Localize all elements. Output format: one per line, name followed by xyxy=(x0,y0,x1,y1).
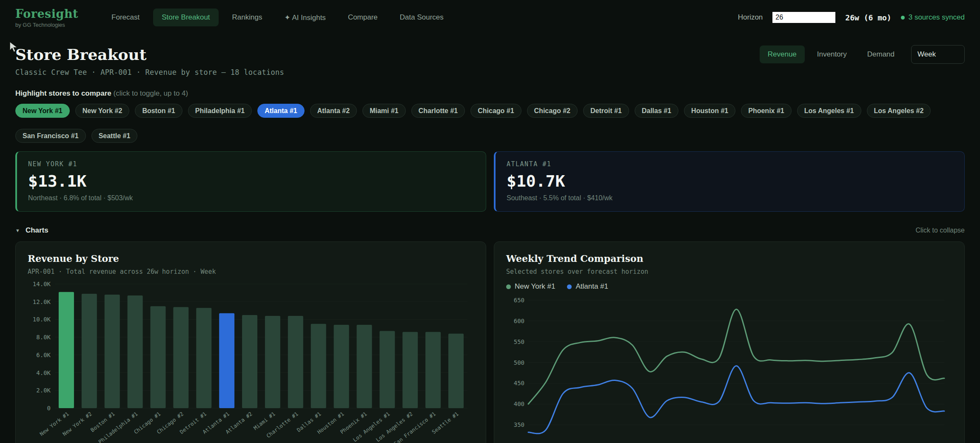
store-chip-charlotte-1[interactable]: Charlotte #1 xyxy=(411,104,465,118)
view-tabs: RevenueInventoryDemand xyxy=(760,45,903,63)
logo-subtitle: by GG Technologies xyxy=(15,22,78,28)
svg-text:12.0K: 12.0K xyxy=(33,298,51,305)
logo-text: Foresight xyxy=(15,7,78,20)
sync-dot-icon xyxy=(901,16,905,20)
store-chip-chicago-2[interactable]: Chicago #2 xyxy=(527,104,578,118)
sync-status-text: 3 sources synced xyxy=(909,13,965,22)
stat-card-detail: Southeast · 5.5% of total · $410/wk xyxy=(507,194,953,202)
tab-inventory[interactable]: Inventory xyxy=(809,45,855,63)
svg-text:550: 550 xyxy=(514,338,524,345)
charts-section-bar: ▼ Charts Click to collapse xyxy=(15,226,965,235)
trend-line-new-york-1 xyxy=(528,309,944,404)
store-chip-los-angeles-2[interactable]: Los Angeles #2 xyxy=(867,104,931,118)
svg-text:6.0K: 6.0K xyxy=(36,352,51,358)
store-chip-chicago-1[interactable]: Chicago #1 xyxy=(470,104,521,118)
trend-line-atlanta-1 xyxy=(528,366,944,433)
stat-card-label: ATLANTA #1 xyxy=(507,160,953,168)
top-bar: Foresight by GG Technologies ForecastSto… xyxy=(0,0,980,34)
stat-card-detail: Northeast · 6.8% of total · $503/wk xyxy=(28,194,475,202)
svg-text:600: 600 xyxy=(514,318,524,324)
chips-heading: Highlight stores to compare (click to to… xyxy=(15,89,965,98)
triangle-down-icon: ▼ xyxy=(15,228,20,233)
store-chip-phoenix-1[interactable]: Phoenix #1 xyxy=(741,104,791,118)
horizon-badge: 26w (6 mo) xyxy=(845,13,891,22)
nav-item-forecast[interactable]: Forecast xyxy=(103,9,148,26)
store-chip-houston-1[interactable]: Houston #1 xyxy=(684,104,735,118)
svg-text:10.0K: 10.0K xyxy=(33,316,51,323)
stat-card-row: NEW YORK #1$13.1KNortheast · 6.8% of tot… xyxy=(15,151,965,212)
svg-text:8.0K: 8.0K xyxy=(36,334,51,341)
svg-text:500: 500 xyxy=(514,359,524,366)
legend-dot-icon xyxy=(567,284,572,289)
nav-item-ai-insights[interactable]: ✦ AI Insights xyxy=(276,9,334,27)
app-logo: Foresight by GG Technologies xyxy=(15,7,78,28)
revenue-by-store-svg: 14.0K12.0K10.0K8.0K6.0K4.0K2.0K0New York… xyxy=(28,281,472,443)
svg-text:650: 650 xyxy=(514,297,524,304)
page-subtitle: Classic Crew Tee · APR-001 · Revenue by … xyxy=(15,68,965,77)
store-chip-los-angeles-1[interactable]: Los Angeles #1 xyxy=(797,104,861,118)
weekly-trend-svg: 650600550500450400350300Apr 2Apr 30May 2… xyxy=(506,296,950,443)
store-chip-seattle-1[interactable]: Seattle #1 xyxy=(91,129,138,143)
chips-heading-note: (click to toggle, up to 4) xyxy=(113,89,188,97)
store-chip-new-york-2[interactable]: New York #2 xyxy=(75,104,130,118)
line-chart-subtitle: Selected stores over forecast horizon xyxy=(506,268,952,275)
nav-item-compare[interactable]: Compare xyxy=(339,9,386,26)
weekly-trend-card: Weekly Trend Comparison Selected stores … xyxy=(494,241,965,443)
svg-text:4.0K: 4.0K xyxy=(36,369,51,376)
collapse-hint: Click to collapse xyxy=(915,227,965,234)
legend-label: Atlanta #1 xyxy=(575,282,608,291)
charts-collapse-toggle[interactable]: ▼ Charts xyxy=(15,226,48,235)
store-chip-philadelphia-1[interactable]: Philadelphia #1 xyxy=(188,104,252,118)
nav-item-rankings[interactable]: Rankings xyxy=(224,9,271,26)
store-chip-san-francisco-1[interactable]: San Francisco #1 xyxy=(15,129,86,143)
svg-text:350: 350 xyxy=(514,421,524,428)
svg-text:0: 0 xyxy=(47,405,51,412)
tab-demand[interactable]: Demand xyxy=(859,45,903,63)
stat-card-label: NEW YORK #1 xyxy=(28,160,475,168)
revenue-by-store-card: Revenue by Store APR-001 · Total revenue… xyxy=(15,241,486,443)
store-chip-boston-1[interactable]: Boston #1 xyxy=(135,104,182,118)
charts-toggle-label: Charts xyxy=(26,226,48,235)
bar-chart: 14.0K12.0K10.0K8.0K6.0K4.0K2.0K0New York… xyxy=(28,281,474,443)
legend-label: New York #1 xyxy=(515,282,555,291)
store-chip-dallas-1[interactable]: Dallas #1 xyxy=(635,104,678,118)
legend-item-atlanta-1: Atlanta #1 xyxy=(567,282,608,291)
horizon-controls: Horizon 26w (6 mo) 3 sources synced xyxy=(738,11,965,23)
period-select[interactable]: Week xyxy=(911,45,965,64)
svg-text:400: 400 xyxy=(514,400,524,407)
stat-card-value: $10.7K xyxy=(507,172,953,190)
nav-item-data-sources[interactable]: Data Sources xyxy=(391,9,452,26)
line-chart-title: Weekly Trend Comparison xyxy=(506,253,952,264)
bar-chart-title: Revenue by Store xyxy=(28,253,474,264)
trend-legend: New York #1Atlanta #1 xyxy=(506,282,952,291)
main-nav: ForecastStore BreakoutRankings✦ AI Insig… xyxy=(103,9,452,27)
svg-text:450: 450 xyxy=(514,380,524,386)
svg-text:2.0K: 2.0K xyxy=(36,387,51,394)
horizon-label: Horizon xyxy=(738,13,763,22)
store-chip-miami-1[interactable]: Miami #1 xyxy=(362,104,406,118)
stat-card-atlanta-1: ATLANTA #1$10.7KSoutheast · 5.5% of tota… xyxy=(494,151,965,212)
tab-revenue[interactable]: Revenue xyxy=(760,45,805,63)
main-content: Store Breakout RevenueInventoryDemand We… xyxy=(0,45,980,443)
page-title: Store Breakout xyxy=(15,45,146,63)
store-chip-list: New York #1New York #2Boston #1Philadelp… xyxy=(15,104,965,143)
stat-card-value: $13.1K xyxy=(28,172,475,190)
store-chip-atlanta-2[interactable]: Atlanta #2 xyxy=(310,104,357,118)
svg-text:Philadelphia #1: Philadelphia #1 xyxy=(97,411,139,443)
legend-item-new-york-1: New York #1 xyxy=(506,282,555,291)
svg-text:14.0K: 14.0K xyxy=(33,281,51,287)
stat-card-new-york-1: NEW YORK #1$13.1KNortheast · 6.8% of tot… xyxy=(15,151,486,212)
chips-heading-text: Highlight stores to compare xyxy=(15,89,111,97)
bar-chart-subtitle: APR-001 · Total revenue across 26w horiz… xyxy=(28,268,474,275)
store-chip-atlanta-1[interactable]: Atlanta #1 xyxy=(257,104,304,118)
line-chart: 650600550500450400350300Apr 2Apr 30May 2… xyxy=(506,296,952,443)
store-chip-new-york-1[interactable]: New York #1 xyxy=(15,104,70,118)
horizon-input[interactable] xyxy=(772,11,836,23)
sync-status: 3 sources synced xyxy=(901,13,965,22)
legend-dot-icon xyxy=(506,284,511,289)
nav-item-store-breakout[interactable]: Store Breakout xyxy=(153,9,218,26)
store-chip-detroit-1[interactable]: Detroit #1 xyxy=(583,104,629,118)
